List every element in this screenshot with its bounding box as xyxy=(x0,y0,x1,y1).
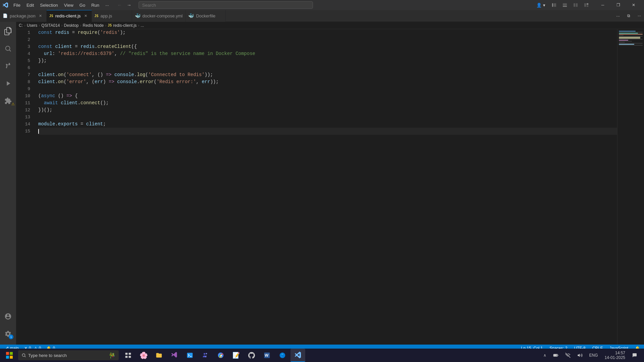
menu-file[interactable]: File xyxy=(11,2,23,8)
code-line-12[interactable]: })(); xyxy=(38,107,617,114)
tab-app-js[interactable]: JS app.js xyxy=(92,10,132,22)
tab-redis-client-js[interactable]: JS redis-client.js ✕ xyxy=(47,10,92,22)
taskbar-terminal[interactable] xyxy=(182,349,197,362)
taskbar-battery[interactable] xyxy=(550,349,561,362)
search-input[interactable] xyxy=(139,1,313,9)
activity-account[interactable] xyxy=(0,308,16,324)
code-line-11[interactable]: await client.connect(); xyxy=(38,100,617,107)
code-line-15[interactable] xyxy=(38,128,617,135)
tab-icon-app-js: JS xyxy=(95,14,99,18)
menu-run[interactable]: Run xyxy=(89,2,102,8)
taskbar-word[interactable]: W xyxy=(260,349,274,362)
editor-content[interactable]: 1 2 3 4 5 6 7 8 9 10 11 12 13 14 15 xyxy=(16,29,644,345)
code-line-13[interactable] xyxy=(38,114,617,121)
line-num-3: 3 xyxy=(21,43,30,50)
breadcrumb-current-file[interactable]: JS redis-client.js xyxy=(108,23,137,28)
customize-layout-button[interactable] xyxy=(582,0,591,10)
breadcrumb: C: › Users › QSITA014 › Desktop › Redis … xyxy=(16,22,644,29)
minimap-line xyxy=(619,39,643,40)
menu-view[interactable]: View xyxy=(61,2,76,8)
kw-const-1: const xyxy=(38,29,55,36)
code-line-5[interactable]: }); xyxy=(38,57,617,64)
taskbar-edge[interactable] xyxy=(275,349,290,362)
show-hidden-icon: ∧ xyxy=(543,353,546,358)
taskbar-teams[interactable] xyxy=(198,349,213,362)
svg-point-9 xyxy=(6,46,10,51)
taskbar-notification[interactable] xyxy=(629,349,640,362)
activity-settings[interactable]: 1 xyxy=(0,326,16,342)
menu-edit[interactable]: Edit xyxy=(24,2,37,8)
nav-forward-button[interactable]: → xyxy=(125,1,133,9)
taskbar-search[interactable]: Type here to search 🎋 xyxy=(18,350,119,360)
activity-extensions[interactable]: ⚠ xyxy=(0,93,16,109)
code-line-1[interactable]: const redis = require('redis'); xyxy=(38,29,617,36)
activity-explorer[interactable] xyxy=(0,23,16,39)
toggle-sidebar-button[interactable] xyxy=(549,0,559,10)
account-chevron: ▾ xyxy=(543,3,545,8)
menu-go[interactable]: Go xyxy=(77,2,88,8)
restore-button[interactable]: ❐ xyxy=(610,0,626,10)
svg-line-16 xyxy=(25,356,26,357)
tab-dockerfile[interactable]: 🐳 Dockerfile xyxy=(185,10,226,22)
taskbar-github[interactable] xyxy=(244,349,259,362)
code-line-2[interactable] xyxy=(38,36,617,43)
breadcrumb-project[interactable]: Redis Node xyxy=(83,23,104,28)
lang-text: ENG xyxy=(589,353,598,358)
taskbar-datetime[interactable]: 14:57 14-01-2025 xyxy=(602,351,628,360)
extensions-warning-badge: ⚠ xyxy=(11,102,15,106)
activity-run-debug[interactable] xyxy=(0,75,16,92)
taskbar-vs[interactable] xyxy=(167,349,182,362)
code-line-4[interactable]: url: 'redis://redis:6379', // "redis" is… xyxy=(38,50,617,57)
taskbar-lang[interactable]: ENG xyxy=(587,349,601,362)
close-button[interactable]: ✕ xyxy=(626,0,641,10)
breadcrumb-users[interactable]: Users xyxy=(27,23,37,28)
taskbar-task-view[interactable] xyxy=(121,349,136,362)
code-line-14[interactable]: module.exports = client; xyxy=(38,121,617,128)
taskbar-file-explorer[interactable] xyxy=(152,349,166,362)
code-line-8[interactable]: client.on('error', (err) => console.erro… xyxy=(38,78,617,85)
code-line-3[interactable]: const client = redis.createClient({ xyxy=(38,43,617,50)
minimize-button[interactable]: ─ xyxy=(595,0,610,10)
breadcrumb-user[interactable]: QSITA014 xyxy=(41,23,60,28)
tab-close-redis-client[interactable]: ✕ xyxy=(83,13,89,19)
code-line-6[interactable] xyxy=(38,64,617,71)
taskbar-app7[interactable]: 📝 xyxy=(229,349,244,362)
code-line-10[interactable]: (async () => { xyxy=(38,93,617,100)
taskbar-vscode[interactable] xyxy=(290,349,305,362)
taskbar-search-icon xyxy=(21,353,26,358)
line-num-8: 8 xyxy=(21,78,30,85)
account-button[interactable]: 👤 ▾ xyxy=(534,2,548,8)
line-num-1: 1 xyxy=(21,29,30,36)
code-line-9[interactable] xyxy=(38,85,617,93)
file-explorer-icon xyxy=(156,352,162,359)
tab-close-package-json[interactable]: ✕ xyxy=(38,13,44,19)
code-line-7[interactable]: client.on('connect', () => console.log('… xyxy=(38,71,617,78)
taskbar-sys-icons[interactable]: ∧ xyxy=(541,349,549,362)
network-icon xyxy=(565,353,571,358)
activity-source-control[interactable] xyxy=(0,58,16,74)
activity-bottom: 1 xyxy=(0,308,16,342)
split-editor-view-button[interactable]: ⧉ xyxy=(624,11,633,20)
taskbar-apps: 🌸 xyxy=(121,349,305,362)
editor-actions-button[interactable]: ··· xyxy=(635,11,644,20)
menu-selection[interactable]: Selection xyxy=(37,2,60,8)
taskbar-chrome[interactable] xyxy=(213,349,228,362)
breadcrumb-desktop[interactable]: Desktop xyxy=(64,23,78,28)
tab-package-json[interactable]: 📄 package.json ✕ xyxy=(0,10,47,22)
nav-back-button[interactable]: ← xyxy=(116,1,124,9)
toggle-panel-button[interactable] xyxy=(560,0,570,10)
breadcrumb-more[interactable]: ... xyxy=(141,23,144,28)
taskbar-app-emoji[interactable]: 🌸 xyxy=(136,349,151,362)
code-editor: 1 2 3 4 5 6 7 8 9 10 11 12 13 14 15 xyxy=(16,29,644,345)
menu-more[interactable]: ··· xyxy=(103,2,112,8)
line-num-10: 10 xyxy=(21,93,30,100)
activity-search[interactable] xyxy=(0,41,16,57)
tab-docker-compose[interactable]: 🐳 docker-compose.yml xyxy=(132,10,186,22)
taskbar-date-text: 14-01-2025 xyxy=(605,355,625,360)
start-button[interactable] xyxy=(1,349,17,362)
editor-more-button[interactable]: ··· xyxy=(612,10,624,22)
taskbar-volume[interactable] xyxy=(575,349,585,362)
taskbar-network[interactable] xyxy=(562,349,573,362)
breadcrumb-drive[interactable]: C: xyxy=(19,23,23,28)
split-editor-button[interactable] xyxy=(571,0,580,10)
